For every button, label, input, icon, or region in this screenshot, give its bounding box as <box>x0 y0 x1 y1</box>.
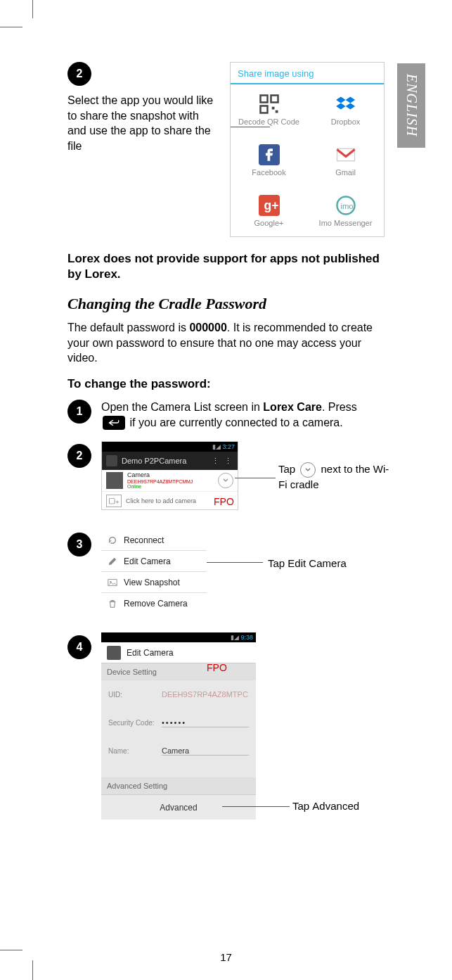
refresh-icon <box>107 535 118 546</box>
subheading: To change the password: <box>67 377 385 391</box>
step-badge-2: 2 <box>67 62 91 86</box>
field-label: Name: <box>108 747 162 755</box>
step-3-callout: Tap Edit Camera <box>268 556 347 571</box>
menu-item-reconnect[interactable]: Reconnect <box>101 530 207 551</box>
advanced-button[interactable]: Advanced <box>101 794 256 820</box>
status-bar: ▮◢3:27 <box>102 442 238 452</box>
page-number: 17 <box>0 951 452 963</box>
leader-line <box>231 127 270 127</box>
share-dialog-title: Share image using <box>231 63 384 84</box>
edit-camera-title: Edit Camera <box>101 642 256 663</box>
fpo-label: FPO <box>207 662 227 673</box>
text: if you are currently connected to a came… <box>127 416 343 428</box>
menu-label: View Snapshot <box>124 578 180 587</box>
camera-list-item[interactable]: Camera DEEH9S7RP4AZ8MTPCMMJ Online <box>102 470 238 491</box>
menu-item-view-snapshot[interactable]: View Snapshot <box>101 572 207 593</box>
share-app-imo[interactable]: imo Imo Messenger <box>307 186 384 236</box>
crop-mark <box>0 27 22 27</box>
camera-context-menu: Reconnect Edit Camera View Snapshot Remo… <box>101 530 207 614</box>
share-app-facebook[interactable]: Facebook <box>231 135 307 186</box>
qr-icon <box>259 94 280 115</box>
pencil-icon <box>107 556 118 567</box>
app-name: Lorex Care <box>263 401 322 413</box>
step-2-callout: Tap next to the Wi-Fi cradle <box>278 462 391 492</box>
text: Open the Camera List screen in <box>101 401 263 413</box>
share-app-dropbox[interactable]: Dropbox <box>307 84 384 135</box>
section-intro: The default password is 000000. It is re… <box>67 320 385 366</box>
section-header-device: Device Setting <box>101 663 256 680</box>
security-code-input[interactable]: •••••• <box>162 718 249 727</box>
step-1-text: Open the Camera List screen in Lorex Car… <box>101 400 385 430</box>
menu-item-edit-camera[interactable]: Edit Camera <box>101 551 207 572</box>
name-input[interactable]: Camera <box>162 746 249 756</box>
crop-mark <box>32 0 33 18</box>
gmail-icon <box>335 144 356 165</box>
leader-line <box>207 562 263 563</box>
title-text: Edit Camera <box>127 648 174 658</box>
facebook-icon <box>259 144 280 165</box>
camera-status: Online <box>127 484 218 490</box>
svg-text:imo: imo <box>340 202 353 210</box>
section-header-advanced: Advanced Setting <box>101 777 256 794</box>
step-badge-3: 3 <box>67 533 91 556</box>
share-image-dialog: Share image using Decode QR Code Dropbox <box>230 62 385 237</box>
imo-icon: imo <box>335 195 356 216</box>
share-app-gmail[interactable]: Gmail <box>307 135 384 186</box>
app-titlebar: Demo P2PCamera ⋮ ⋮ <box>102 452 238 470</box>
page-content: 2 Select the app you would like to share… <box>32 27 420 950</box>
edit-camera-screenshot: ▮◢9:38 Edit Camera Device Setting UID: D… <box>101 632 256 820</box>
share-app-google-plus[interactable]: g+ Google+ <box>231 186 307 236</box>
menu-label: Remove Camera <box>124 599 188 609</box>
svg-rect-2 <box>260 106 267 113</box>
step-4-callout: Tap Advanced <box>292 799 359 813</box>
menu-label: Reconnect <box>124 535 164 545</box>
status-time: 9:38 <box>240 634 253 641</box>
step-badge-2b: 2 <box>67 444 91 468</box>
dropbox-icon <box>335 94 356 115</box>
camera-uid: DEEH9S7RP4AZ8MTPCMMJ <box>127 479 218 485</box>
share-app-label: Gmail <box>335 168 356 177</box>
camera-settings-chevron-icon[interactable] <box>218 473 233 488</box>
crop-mark <box>32 960 33 980</box>
step-badge-1: 1 <box>67 400 91 424</box>
text: Tap <box>268 557 288 569</box>
svg-rect-4 <box>275 110 278 113</box>
text-bold: Advanced <box>312 800 359 812</box>
camera-thumbnail <box>106 472 123 489</box>
svg-rect-1 <box>271 95 278 102</box>
step-badge-4: 4 <box>67 635 91 659</box>
status-bar: ▮◢9:38 <box>101 632 256 642</box>
menu-label: Edit Camera <box>124 556 171 566</box>
text: Tap <box>278 463 298 475</box>
back-icon <box>103 416 125 430</box>
text: Tap <box>292 800 312 812</box>
leader-line <box>222 806 290 807</box>
overflow-icon[interactable]: ⋮ ⋮ <box>212 457 233 466</box>
field-label: UID: <box>108 691 162 699</box>
status-time: 3:27 <box>222 443 235 450</box>
menu-item-remove-camera[interactable]: Remove Camera <box>101 593 207 614</box>
support-note: Lorex does not provide support for apps … <box>67 251 385 282</box>
svg-text:g+: g+ <box>264 198 278 212</box>
camera-name: Camera <box>127 472 218 479</box>
leader-line <box>235 478 276 478</box>
share-app-label: Imo Messenger <box>319 219 373 227</box>
share-app-label: Decode QR Code <box>238 117 299 126</box>
fpo-label: FPO <box>214 496 234 507</box>
add-camera-label: Click here to add camera <box>126 497 196 504</box>
share-app-label: Google+ <box>254 219 284 227</box>
default-password: 000000 <box>189 322 226 333</box>
security-code-row: Security Code: •••••• <box>101 708 256 737</box>
intro-text: The default password is <box>67 322 189 333</box>
chevron-down-icon <box>300 462 316 478</box>
svg-rect-3 <box>271 107 274 110</box>
share-app-label: Dropbox <box>331 117 361 126</box>
section-title: Changing the Cradle Password <box>67 295 385 313</box>
google-plus-icon: g+ <box>259 195 280 216</box>
add-camera-icon: ▢₊ <box>106 495 122 507</box>
field-label: Security Code: <box>108 719 162 727</box>
trash-icon <box>107 598 118 609</box>
step-2-text: Select the app you would like to share t… <box>67 93 220 153</box>
share-app-decode-qr[interactable]: Decode QR Code <box>231 84 307 135</box>
share-app-label: Facebook <box>252 168 285 177</box>
